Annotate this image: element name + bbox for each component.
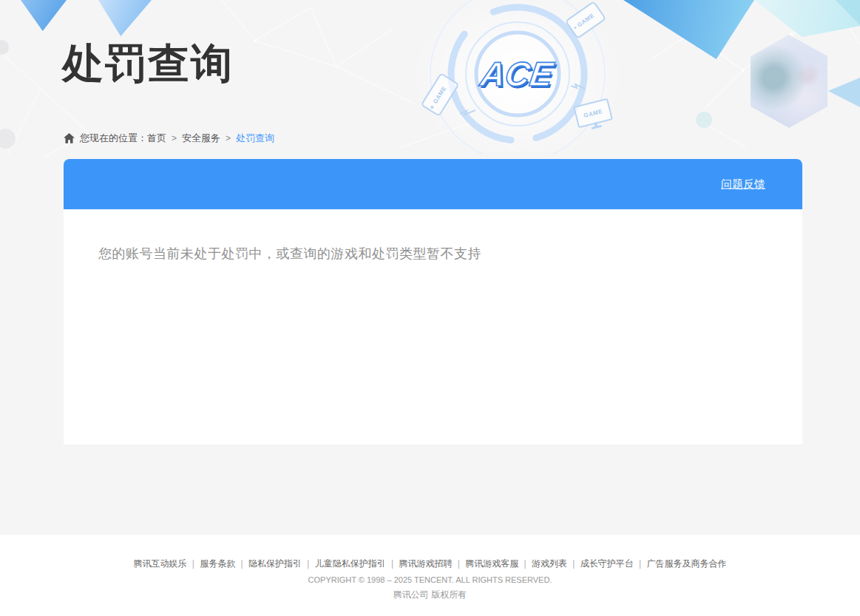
footer-link[interactable]: 服务条款 [186, 558, 235, 569]
page-title: 处罚查询 [62, 38, 234, 88]
lightning-icon [460, 108, 476, 117]
footer-link[interactable]: 成长守护平台 [567, 558, 634, 569]
decorative-triangle [623, 0, 754, 59]
decorative-dot [0, 40, 9, 55]
breadcrumb-separator: > [226, 133, 231, 143]
decorative-dot [0, 129, 16, 149]
feedback-link[interactable]: 问题反馈 [721, 177, 765, 192]
breadcrumb-item-penalty-query[interactable]: 处罚查询 [236, 132, 274, 145]
footer-link[interactable]: 腾讯游戏客服 [453, 558, 519, 569]
footer-link[interactable]: 腾讯游戏招聘 [386, 558, 453, 569]
query-banner: 问题反馈 [64, 159, 802, 209]
result-card: 您的账号当前未处于处罚中，或查询的游戏和处罚类型暂不支持 [64, 209, 802, 444]
footer-links: 腾讯互动娱乐服务条款隐私保护指引儿童隐私保护指引腾讯游戏招聘腾讯游戏客服游戏列表… [0, 535, 860, 570]
breadcrumb-item-security-services[interactable]: 安全服务 [182, 132, 220, 145]
decorative-triangle [98, 0, 152, 36]
page-header: ACE ACE GAME GAME GAME 处罚查询 您现在的位置： 首页 >… [0, 0, 860, 157]
breadcrumb-item-home[interactable]: 首页 [147, 132, 166, 145]
footer-link[interactable]: 隐私保护指引 [235, 558, 302, 569]
footer-link[interactable]: 游戏列表 [518, 558, 567, 569]
decorative-dot [696, 112, 712, 128]
breadcrumb-separator: > [172, 133, 177, 143]
decorative-triangle [21, 0, 67, 31]
company-text: 腾讯公司 版权所有 [0, 589, 860, 601]
home-icon [64, 133, 75, 143]
footer-link[interactable]: 儿童隐私保护指引 [302, 558, 386, 569]
copyright-text: COPYRIGHT © 1998 – 2025 TENCENT. ALL RIG… [0, 575, 860, 584]
main-content: 问题反馈 您的账号当前未处于处罚中，或查询的游戏和处罚类型暂不支持 [64, 159, 802, 444]
page-footer: 腾讯互动娱乐服务条款隐私保护指引儿童隐私保护指引腾讯游戏招聘腾讯游戏客服游戏列表… [0, 535, 860, 616]
breadcrumb-label: 您现在的位置： [80, 132, 147, 145]
footer-link[interactable]: 广告服务及商务合作 [634, 558, 727, 569]
character-art-hexagon [751, 35, 827, 128]
lightning-icon [571, 83, 586, 91]
breadcrumb: 您现在的位置： 首页 > 安全服务 > 处罚查询 [64, 132, 274, 145]
result-message: 您的账号当前未处于处罚中，或查询的游戏和处罚类型暂不支持 [64, 209, 802, 263]
footer-link[interactable]: 腾讯互动娱乐 [133, 558, 186, 569]
ace-logo-text: ACE [478, 55, 557, 93]
decorative-triangle [828, 78, 860, 107]
